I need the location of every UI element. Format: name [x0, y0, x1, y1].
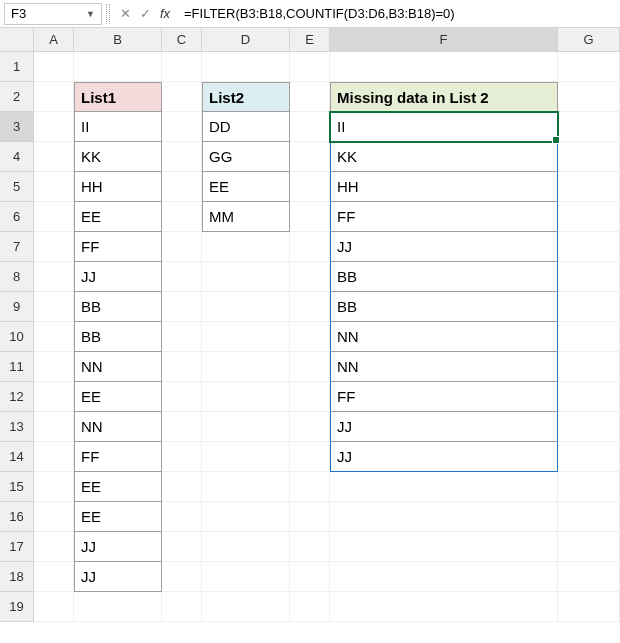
cell-C18[interactable] [162, 562, 202, 592]
cell-C17[interactable] [162, 532, 202, 562]
cell-E2[interactable] [290, 82, 330, 112]
cell-A6[interactable] [34, 202, 74, 232]
cell-E3[interactable] [290, 112, 330, 142]
missing-cell[interactable]: BB [330, 262, 558, 292]
cell-G11[interactable] [558, 352, 620, 382]
cell-E6[interactable] [290, 202, 330, 232]
list1-cell[interactable]: EE [74, 472, 162, 502]
missing-cell[interactable]: FF [330, 382, 558, 412]
cell-E14[interactable] [290, 442, 330, 472]
missing-cell[interactable]: HH [330, 172, 558, 202]
cell-D15[interactable] [202, 472, 290, 502]
cell-A11[interactable] [34, 352, 74, 382]
cell-E9[interactable] [290, 292, 330, 322]
formula-input[interactable]: =FILTER(B3:B18,COUNTIF(D3:D6,B3:B18)=0) [178, 6, 620, 21]
cell-E19[interactable] [290, 592, 330, 622]
cell-E11[interactable] [290, 352, 330, 382]
cell-A8[interactable] [34, 262, 74, 292]
cell-A4[interactable] [34, 142, 74, 172]
cell-A17[interactable] [34, 532, 74, 562]
cell-B19[interactable] [74, 592, 162, 622]
cell-G10[interactable] [558, 322, 620, 352]
cell-F19[interactable] [330, 592, 558, 622]
row-header-8[interactable]: 8 [0, 262, 34, 292]
cell-A7[interactable] [34, 232, 74, 262]
cell-F18[interactable] [330, 562, 558, 592]
col-header-C[interactable]: C [162, 28, 202, 52]
cell-G6[interactable] [558, 202, 620, 232]
cell-D8[interactable] [202, 262, 290, 292]
cell-C2[interactable] [162, 82, 202, 112]
col-header-D[interactable]: D [202, 28, 290, 52]
row-header-10[interactable]: 10 [0, 322, 34, 352]
cell-C4[interactable] [162, 142, 202, 172]
missing-cell[interactable]: JJ [330, 232, 558, 262]
missing-cell[interactable]: II [330, 112, 558, 142]
list2-cell[interactable]: MM [202, 202, 290, 232]
cell-G5[interactable] [558, 172, 620, 202]
cell-D18[interactable] [202, 562, 290, 592]
cell-G1[interactable] [558, 52, 620, 82]
cell-C16[interactable] [162, 502, 202, 532]
cell-G3[interactable] [558, 112, 620, 142]
cell-E7[interactable] [290, 232, 330, 262]
cell-E18[interactable] [290, 562, 330, 592]
cell-G4[interactable] [558, 142, 620, 172]
cell-G9[interactable] [558, 292, 620, 322]
list1-cell[interactable]: FF [74, 232, 162, 262]
fx-icon[interactable]: fx [156, 6, 174, 21]
cell-E15[interactable] [290, 472, 330, 502]
cell-E12[interactable] [290, 382, 330, 412]
cancel-icon[interactable]: ✕ [116, 6, 134, 21]
cell-B1[interactable] [74, 52, 162, 82]
list1-cell[interactable]: HH [74, 172, 162, 202]
cell-G17[interactable] [558, 532, 620, 562]
name-box[interactable]: F3 ▼ [4, 3, 102, 25]
cell-D10[interactable] [202, 322, 290, 352]
list1-cell[interactable]: EE [74, 502, 162, 532]
cell-D7[interactable] [202, 232, 290, 262]
cell-A2[interactable] [34, 82, 74, 112]
cell-C15[interactable] [162, 472, 202, 502]
cell-C10[interactable] [162, 322, 202, 352]
cell-C14[interactable] [162, 442, 202, 472]
missing-cell[interactable]: JJ [330, 412, 558, 442]
list1-cell[interactable]: NN [74, 352, 162, 382]
cell-D14[interactable] [202, 442, 290, 472]
missing-cell[interactable]: NN [330, 352, 558, 382]
col-header-G[interactable]: G [558, 28, 620, 52]
cell-A13[interactable] [34, 412, 74, 442]
row-header-12[interactable]: 12 [0, 382, 34, 412]
cell-F16[interactable] [330, 502, 558, 532]
list1-cell[interactable]: EE [74, 382, 162, 412]
cell-A14[interactable] [34, 442, 74, 472]
cell-E16[interactable] [290, 502, 330, 532]
cell-C5[interactable] [162, 172, 202, 202]
cell-C19[interactable] [162, 592, 202, 622]
cell-G15[interactable] [558, 472, 620, 502]
chevron-down-icon[interactable]: ▼ [86, 9, 95, 19]
row-header-17[interactable]: 17 [0, 532, 34, 562]
cell-D19[interactable] [202, 592, 290, 622]
cell-G2[interactable] [558, 82, 620, 112]
row-header-3[interactable]: 3 [0, 112, 34, 142]
list1-cell[interactable]: JJ [74, 562, 162, 592]
row-header-1[interactable]: 1 [0, 52, 34, 82]
list1-cell[interactable]: EE [74, 202, 162, 232]
spreadsheet-grid[interactable]: ABCDEFG12List1List2Missing data in List … [0, 28, 620, 622]
cell-G13[interactable] [558, 412, 620, 442]
cell-A5[interactable] [34, 172, 74, 202]
missing-header[interactable]: Missing data in List 2 [330, 82, 558, 112]
row-header-16[interactable]: 16 [0, 502, 34, 532]
missing-cell[interactable]: NN [330, 322, 558, 352]
cell-A10[interactable] [34, 322, 74, 352]
cell-A16[interactable] [34, 502, 74, 532]
missing-cell[interactable]: BB [330, 292, 558, 322]
cell-A1[interactable] [34, 52, 74, 82]
cell-G8[interactable] [558, 262, 620, 292]
cell-G12[interactable] [558, 382, 620, 412]
row-header-6[interactable]: 6 [0, 202, 34, 232]
cell-D9[interactable] [202, 292, 290, 322]
list2-header[interactable]: List2 [202, 82, 290, 112]
col-header-E[interactable]: E [290, 28, 330, 52]
